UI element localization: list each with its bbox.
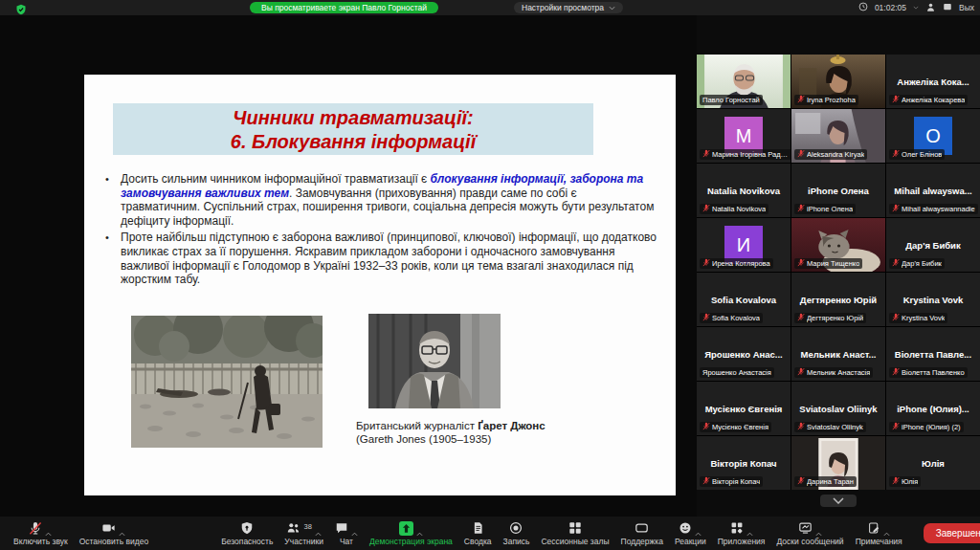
toolbar-item-share-screen[interactable]: Демонстрация экрана	[364, 517, 458, 550]
participant-name-label: iPhone (Юлия) (2)	[889, 422, 964, 432]
participant-tile[interactable]: Мария Тищенко	[791, 218, 885, 272]
toolbar-item-label: Сессионные залы	[541, 538, 609, 546]
toolbar-item-label: Доски сообщений	[776, 538, 843, 546]
participant-tile[interactable]: ММарина Ігорівна Радче...	[697, 109, 791, 163]
chevron-down-icon	[609, 6, 615, 11]
slide-title-line2: 6. Блокування інформації	[113, 130, 593, 154]
participant-tile[interactable]: Дар'я БибикДар'я Бибик	[886, 218, 980, 272]
toolbar-item-whiteboards[interactable]: Доски сообщений	[770, 517, 849, 550]
muted-mic-icon	[797, 476, 805, 487]
participant-name-label: Sviatoslav Oliinyk	[794, 422, 866, 432]
muted-mic-icon	[892, 95, 900, 105]
participant-tile[interactable]: iPhone (Юлия)...iPhone (Юлия) (2)	[886, 382, 980, 435]
slide-title-line1: Чинники травматизації:	[113, 106, 593, 130]
participant-name-label: Ирена Котлярова	[700, 258, 773, 269]
toolbar-item-support[interactable]: Поддержка	[615, 517, 669, 550]
caption-normal: Британський журналіст	[356, 420, 478, 431]
slide-bullet-list: •Досить сильним чинником інформаційної т…	[105, 172, 658, 290]
toolbar-item-label: Приложения	[718, 538, 766, 546]
participant-tile[interactable]: Дарина Таран	[791, 436, 885, 490]
exit-fullscreen-button[interactable]: Вых	[959, 3, 974, 12]
participant-name-label: Krystina Vovk	[889, 313, 947, 323]
notes-icon	[868, 521, 880, 539]
participant-name-label: Марина Ігорівна Радче...	[700, 149, 791, 160]
participant-tile[interactable]: Павло Горностай	[697, 55, 791, 108]
toolbar-item-label: Поддержка	[621, 538, 663, 546]
scroll-more-participants-button[interactable]	[820, 495, 857, 507]
participant-name-label: Дегтяренко Юрій	[794, 313, 866, 323]
toolbar-item-security[interactable]: Безопасность	[215, 517, 278, 550]
meeting-toolbar: Включить звукОстановить видео Безопаснос…	[0, 517, 980, 550]
zoom-meeting-window: Вы просматриваете экран Павло Горностай …	[0, 0, 980, 550]
speaker-view-icon[interactable]	[925, 2, 936, 14]
participant-tile[interactable]: Iryna Prozhoha	[791, 55, 885, 108]
view-settings-label: Настройки просмотра	[522, 2, 604, 13]
toolbar-item-notes[interactable]: Примечания	[850, 517, 908, 550]
slide-title: Чинники травматизації: 6. Блокування інф…	[113, 103, 593, 155]
record-icon	[509, 521, 523, 539]
muted-mic-icon	[892, 204, 900, 214]
toolbar-item-summary[interactable]: Сводка	[458, 517, 498, 550]
participant-tile[interactable]: Ярошенко Анас...Ярошенко Анастасія	[697, 327, 791, 381]
toolbar-item-label: Запись	[503, 538, 530, 546]
toolbar-item-label: Сводка	[464, 538, 492, 546]
muted-mic-icon	[892, 422, 900, 432]
clock-icon	[858, 2, 868, 13]
apps-icon	[730, 521, 744, 539]
caption-line2: (Gareth Jones (1905–1935)	[356, 433, 491, 445]
share-banner: Вы просматриваете экран Павло Горностай	[250, 2, 438, 13]
toolbar-item-label: Примечания	[856, 538, 902, 546]
participant-name-label: Анжеліка Кокарева	[889, 95, 968, 105]
participant-tile[interactable]: Дегтяренко ЮрійДегтяренко Юрій	[791, 273, 885, 326]
slide-bullet: •Проте найбільш підступною є заборона ва…	[105, 231, 658, 286]
participant-tile[interactable]: iPhone ОленаiPhone Олена	[791, 164, 885, 217]
view-settings-button[interactable]: Настройки просмотра	[514, 2, 623, 13]
participant-name-label: Дар'я Бибик	[889, 258, 945, 269]
participants-rail: Павло ГорностайIryna ProzhohaАнжеліка Ко…	[697, 15, 980, 517]
participant-tile[interactable]: Natalia NovikovaNatalia Novikova	[697, 164, 791, 217]
bullet-text: Проте найбільш підступною є заборона важ…	[121, 231, 658, 286]
participant-tile[interactable]: Krystina VovkKrystina Vovk	[886, 273, 980, 326]
participant-tile[interactable]: Mihail alwayswa...Mihail alwayswannadie	[886, 164, 980, 217]
toolbar-middle-group: Безопасность38УчастникиЧатДемонстрация э…	[212, 517, 912, 550]
participant-tile[interactable]: Анжеліка Кока...Анжеліка Кокарева	[886, 55, 980, 108]
support-icon	[635, 521, 649, 539]
toolbar-item-record[interactable]: Запись	[498, 517, 536, 550]
participant-name-label: Павло Горностай	[700, 95, 763, 105]
toolbar-item-unmute[interactable]: Включить звук	[8, 517, 74, 550]
toolbar-item-reactions[interactable]: Реакции	[669, 517, 712, 550]
layout-view-icon[interactable]	[943, 2, 952, 13]
participant-tile[interactable]: ИИрена Котлярова	[697, 218, 791, 272]
share-banner-text: Вы просматриваете экран Павло Горностай	[261, 3, 427, 12]
toolbar-item-chat[interactable]: Чат	[329, 517, 364, 550]
participant-tile[interactable]: Sviatoslav OliinykSviatoslav Oliinyk	[791, 382, 885, 435]
participants-icon	[286, 521, 301, 539]
participant-tile[interactable]: Мельник Анаст...Мельник Анастасія	[791, 327, 885, 381]
end-meeting-button[interactable]: Завершение	[924, 523, 980, 543]
participant-name-label: iPhone Олена	[794, 204, 856, 214]
muted-mic-icon	[892, 313, 900, 323]
muted-mic-icon	[797, 204, 805, 214]
muted-mic-icon	[797, 367, 805, 378]
toolbar-item-apps[interactable]: Приложения	[712, 517, 771, 550]
muted-mic-icon	[702, 422, 710, 432]
muted-mic-icon	[797, 258, 805, 269]
gareth-jones-photo	[368, 314, 501, 408]
meeting-timer: 01:02:05	[875, 3, 906, 12]
participant-tile[interactable]: Мусієнко ЄвгеніяМусієнко Євгенія	[697, 382, 791, 435]
meeting-topbar: Вы просматриваете экран Павло Горностай …	[0, 0, 980, 15]
toolbar-item-breakout-rooms[interactable]: Сессионные залы	[535, 517, 614, 550]
toolbar-item-label: Участники	[284, 538, 323, 546]
participant-tile[interactable]: Sofia KovalovaSofia Kovalova	[697, 273, 791, 326]
encryption-shield-icon	[15, 2, 27, 13]
participant-tile[interactable]: Вікторія КопачВікторія Копач	[697, 436, 791, 490]
holodomor-street-photo	[131, 316, 323, 448]
whiteboard-icon	[798, 521, 813, 539]
toolbar-item-stop-video[interactable]: Остановить видео	[74, 517, 154, 550]
toolbar-item-label: Демонстрация экрана	[369, 538, 453, 546]
participant-tile[interactable]: ЮліяЮлія	[886, 436, 980, 490]
participant-tile[interactable]: ООлег Блінов	[886, 109, 980, 163]
toolbar-item-participants[interactable]: 38Участники	[278, 517, 329, 550]
participant-tile[interactable]: Aleksandra Kiryak	[791, 109, 885, 163]
participant-tile[interactable]: Віолетта Павле...Віолетта Павленко	[886, 327, 980, 381]
